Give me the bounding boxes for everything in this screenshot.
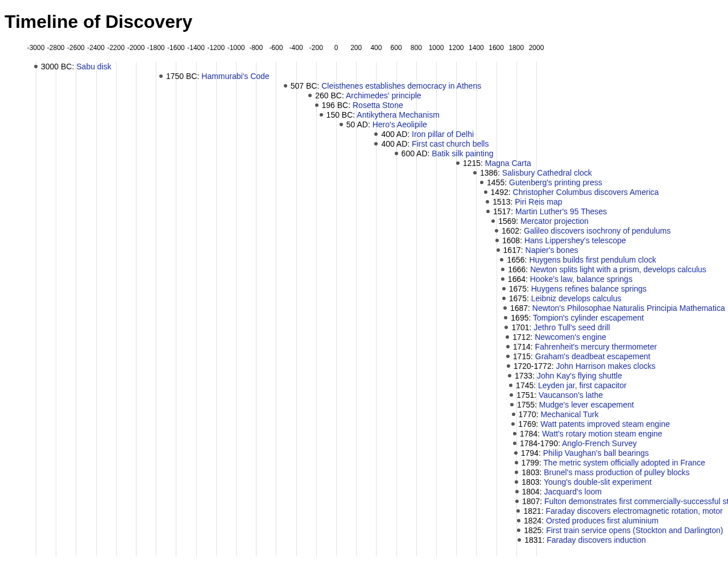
event-dot-icon — [503, 306, 507, 310]
event-link[interactable]: Batik silk painting — [432, 149, 493, 158]
event-link[interactable]: Hero's Aeolipile — [373, 120, 427, 129]
event-link[interactable]: First cast church bells — [412, 139, 489, 148]
event-link[interactable]: Jacquard's loom — [544, 487, 602, 496]
event-link[interactable]: Watt's rotary motion steam engine — [542, 429, 662, 438]
axis-tick: 1400 — [469, 44, 484, 52]
event-link[interactable]: Tompion's cylinder escapement — [533, 313, 644, 322]
event-link[interactable]: Newcomen's engine — [535, 332, 606, 342]
event-link[interactable]: Cleisthenes establishes democracy in Ath… — [321, 81, 481, 90]
event-dot-icon — [515, 461, 518, 464]
event-link[interactable]: Mechanical Turk — [540, 410, 598, 419]
event-link[interactable]: John Harrison makes clocks — [556, 361, 655, 371]
event-dot-icon — [510, 403, 514, 406]
event-dot-icon — [506, 355, 510, 358]
event-link[interactable]: Sabu disk — [76, 62, 111, 71]
event-link[interactable]: Iron pillar of Delhi — [412, 130, 474, 139]
event-link[interactable]: Huygens refines balance springs — [531, 284, 647, 293]
event-row: 1569: Mercator projection — [5, 217, 728, 226]
event-date: 1803 — [522, 468, 539, 477]
event-link[interactable]: Mercator projection — [520, 217, 589, 226]
event-link[interactable]: Napier's bones — [526, 246, 578, 255]
event-date: 1701 — [511, 323, 529, 332]
event-date: 1804 — [522, 487, 540, 496]
event-link[interactable]: Piri Reis map — [515, 197, 562, 206]
event-separator: : — [481, 159, 485, 168]
event-link[interactable]: John Kay's flying shuttle — [537, 371, 622, 380]
event-date: 1675 — [509, 294, 527, 303]
event-link[interactable]: Young's double-slit experiment — [544, 477, 652, 487]
event-dot-icon — [480, 181, 483, 184]
event-link[interactable]: Galileo discovers isochrony of pendulums — [524, 226, 671, 235]
event-link[interactable]: Faraday discovers electromagnetic rotati… — [545, 506, 722, 516]
event-dot-icon — [515, 490, 519, 493]
event-row: 1804: Jacquard's loom — [5, 487, 728, 497]
event-link[interactable]: Hooke's law, balance springs — [530, 275, 632, 284]
event-separator: : — [519, 226, 524, 235]
event-link[interactable]: Watt patents improved steam engine — [540, 419, 670, 429]
event-link[interactable]: Jethro Tull's seed drill — [533, 323, 610, 332]
event-link[interactable]: Salisbury Cathedral clock — [502, 168, 592, 177]
event-link[interactable]: Hammurabi's Code — [201, 72, 269, 81]
event-date: 196 BC — [322, 101, 349, 110]
axis-tick: -1000 — [228, 44, 245, 52]
event-date: 1492 — [491, 188, 508, 197]
axis-tick: 400 — [370, 44, 382, 52]
axis-tick: 200 — [350, 44, 362, 52]
event-link[interactable]: Faraday discovers induction — [547, 535, 646, 544]
event-date: 50 AD — [346, 120, 368, 129]
event-dot-icon — [500, 258, 503, 261]
event-dot-icon — [507, 364, 510, 368]
event-row: 1769: Watt patents improved steam engine — [5, 419, 728, 429]
event-link[interactable]: Graham's deadbeat escapement — [535, 352, 651, 361]
event-dot-icon — [510, 393, 513, 397]
event-link[interactable]: Fulton demonstrates first commercially-s… — [544, 497, 728, 506]
event-link[interactable]: Newton's Philosophae Naturalis Principia… — [532, 304, 725, 313]
event-row: 1215: Magna Carta — [5, 159, 728, 168]
event-link[interactable]: Martin Luther's 95 Theses — [515, 207, 607, 216]
event-separator: : — [407, 130, 412, 139]
event-separator: : — [521, 246, 526, 255]
event-separator: : — [535, 400, 539, 409]
event-link[interactable]: First train service opens (Stockton and … — [546, 526, 723, 535]
event-link[interactable]: Rosetta Stone — [353, 101, 403, 110]
event-link[interactable]: Huygens builds first pendulum clock — [529, 255, 656, 264]
event-date: 1664 — [508, 275, 526, 284]
event-link[interactable]: Leyden jar, first capacitor — [538, 381, 627, 390]
axis-tick: -800 — [249, 44, 263, 52]
event-link[interactable]: Vaucanson's lathe — [539, 390, 603, 400]
event-link[interactable]: Leibniz develops calculus — [531, 294, 622, 303]
event-dot-icon — [504, 316, 507, 319]
axis-tick: -1800 — [147, 44, 165, 52]
event-link[interactable]: The metric system officially adopted in … — [543, 458, 705, 467]
event-link[interactable]: Gutenberg's printing press — [509, 178, 602, 187]
event-row: 1831: Faraday discovers induction — [5, 535, 728, 545]
event-dot-icon — [509, 384, 512, 387]
event-separator: : — [511, 207, 515, 216]
event-link[interactable]: Hans Lippershey's telescope — [524, 236, 626, 245]
axis-tick: -1200 — [207, 44, 225, 52]
event-link[interactable]: Brunel's mass production of pulley block… — [544, 468, 689, 477]
event-separator: : — [528, 313, 533, 322]
event-dot-icon — [517, 519, 520, 522]
axis-tick: -2800 — [47, 44, 65, 52]
event-date: 1675 — [509, 284, 527, 293]
event-link[interactable]: Antikythera Mechanism — [357, 110, 440, 119]
event-dot-icon — [501, 277, 504, 281]
event-link[interactable]: Magna Carta — [485, 159, 531, 168]
event-link[interactable]: Anglo-French Survey — [562, 439, 637, 448]
event-link[interactable]: Christopher Columbus discovers America — [513, 188, 659, 197]
event-row: 1714: Fahrenheit's mercury thermometer — [5, 342, 728, 352]
event-link[interactable]: Archimedes' principle — [346, 91, 421, 100]
event-row: 1799: The metric system officially adopt… — [5, 458, 728, 468]
event-link[interactable]: Fahrenheit's mercury thermometer — [535, 342, 657, 351]
event-link[interactable]: Newton splits light with a prism, develo… — [530, 265, 706, 274]
event-link[interactable]: Philip Vaughan's ball bearings — [543, 448, 649, 458]
event-link[interactable]: Mudge's lever escapement — [539, 400, 634, 409]
axis-tick: -400 — [289, 44, 303, 52]
event-link[interactable]: Orsted produces first aluminium — [546, 516, 659, 525]
event-dot-icon — [501, 268, 504, 271]
event-dot-icon — [340, 123, 343, 126]
event-separator: : — [531, 352, 535, 361]
event-dot-icon — [374, 132, 378, 136]
event-dot-icon — [491, 219, 495, 223]
